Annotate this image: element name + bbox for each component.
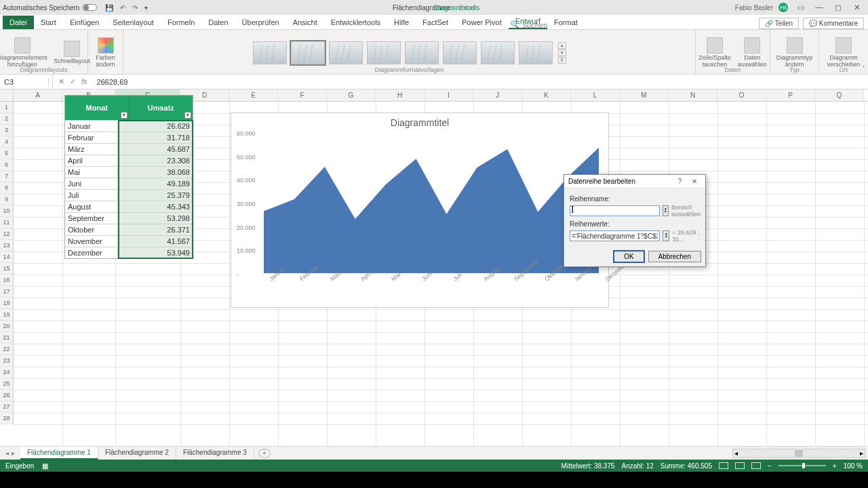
column-header[interactable]: F (278, 89, 327, 101)
row-header[interactable]: 1 (0, 102, 14, 113)
add-chart-element-button[interactable]: Diagrammelement hinzufügen (0, 36, 49, 70)
table-row[interactable]: Dezember53.949 (65, 247, 193, 258)
cancel-edit-icon[interactable]: ✕ (58, 77, 64, 86)
scroll-thumb[interactable] (795, 450, 803, 457)
cell-value[interactable]: 49.189 (118, 178, 193, 189)
tab-start[interactable]: Start (34, 16, 63, 29)
chart-style-5[interactable] (405, 41, 439, 64)
switch-row-column-button[interactable]: Zeile/Spalte tauschen (697, 36, 732, 70)
tab-daten[interactable]: Daten (201, 16, 235, 29)
confirm-edit-icon[interactable]: ✓ (70, 77, 76, 86)
zoom-out-icon[interactable]: − (768, 462, 772, 470)
row-header[interactable]: 26 (0, 390, 14, 401)
row-header[interactable]: 22 (0, 344, 14, 355)
column-header[interactable]: O (717, 89, 766, 101)
row-header[interactable]: 4 (0, 136, 14, 148)
quick-layout-button[interactable]: Schnelllayout (53, 39, 92, 66)
cell-value[interactable]: 53.949 (118, 247, 193, 258)
tab-hilfe[interactable]: Hilfe (387, 16, 416, 29)
fx-icon[interactable]: fx (81, 77, 87, 86)
autosave-toggle[interactable] (82, 4, 97, 11)
row-header[interactable]: 19 (0, 309, 14, 321)
cell-month[interactable]: Dezember (65, 247, 118, 258)
row-header[interactable]: 27 (0, 401, 14, 413)
table-row[interactable]: Juni49.189 (65, 178, 193, 189)
column-header[interactable]: J (473, 89, 522, 101)
column-header[interactable]: N (669, 89, 717, 101)
row-header[interactable]: 2 (0, 113, 14, 125)
cell-value[interactable]: 26.629 (118, 121, 193, 131)
chart-style-4[interactable] (367, 41, 401, 64)
change-chart-type-button[interactable]: Diagrammtyp ändern (775, 36, 814, 70)
row-header[interactable]: 12 (0, 228, 14, 240)
series-name-input[interactable] (570, 205, 660, 216)
redo-icon[interactable]: ↷ (132, 4, 138, 12)
sheet-tab[interactable]: Flächendiagramme 1 (20, 447, 98, 460)
scroll-left-icon[interactable]: ◂ (734, 449, 738, 457)
gallery-down-icon[interactable]: ▾ (558, 49, 566, 56)
row-header[interactable]: 23 (0, 355, 14, 367)
comments-button[interactable]: 💬 Kommentare (803, 18, 864, 29)
cell-value[interactable]: 38.068 (118, 167, 193, 178)
chart-title[interactable]: Diagrammtitel (231, 113, 608, 129)
tab-seitenlayout[interactable]: Seitenlayout (106, 16, 161, 29)
column-header[interactable]: G (327, 89, 376, 101)
row-header[interactable]: 10 (0, 205, 14, 217)
ribbon-display-icon[interactable]: ▭ (793, 3, 807, 12)
sheet-nav-prev-icon[interactable]: ◂ (5, 449, 9, 457)
cell-value[interactable]: 45.343 (118, 201, 193, 212)
close-icon[interactable]: ✕ (850, 3, 864, 12)
row-header[interactable]: 6 (0, 159, 14, 171)
ok-button[interactable]: OK (614, 251, 644, 262)
worksheet-grid[interactable]: ABCDEFGHIJKLMNOPQ 1234567891011121314151… (0, 89, 868, 446)
sheet-tab[interactable]: Flächendiagramme 3 (176, 447, 254, 460)
dialog-close-icon[interactable]: ✕ (688, 178, 701, 185)
cell-month[interactable]: Mai (65, 167, 118, 178)
collapse-ribbon-icon[interactable]: ˄ (862, 65, 865, 73)
horizontal-scrollbar[interactable]: ◂ ▸ (732, 449, 865, 458)
cell-month[interactable]: Oktober (65, 224, 118, 235)
cell-value[interactable]: 25.379 (118, 190, 193, 201)
cell-month[interactable]: Juli (65, 190, 118, 201)
change-colors-button[interactable]: Farben ändern (94, 36, 117, 70)
scroll-right-icon[interactable]: ▸ (860, 449, 863, 457)
cell-month[interactable]: Februar (65, 132, 118, 143)
formula-input[interactable]: 26628,69 (93, 78, 868, 86)
table-row[interactable]: August45.343 (65, 201, 193, 212)
zoom-level[interactable]: 100 % (844, 462, 863, 470)
gallery-up-icon[interactable]: ▴ (558, 42, 566, 49)
qat-more-icon[interactable]: ▾ (144, 4, 148, 12)
select-data-button[interactable]: Daten auswählen (736, 36, 768, 70)
table-row[interactable]: Februar31.718 (65, 131, 193, 143)
column-header[interactable]: I (425, 89, 473, 101)
tab-factset[interactable]: FactSet (416, 16, 455, 29)
row-header[interactable]: 21 (0, 332, 14, 344)
chart-style-6[interactable] (443, 41, 477, 64)
cell-value[interactable]: 53.298 (118, 213, 193, 224)
range-select-icon[interactable]: ↥ (663, 230, 669, 241)
page-break-view-icon[interactable] (751, 462, 761, 469)
tab-überprüfen[interactable]: Überprüfen (235, 16, 286, 29)
table-header-month[interactable]: Monat▾ (65, 96, 130, 120)
chart-style-7[interactable] (481, 41, 515, 64)
cell-value[interactable]: 45.687 (118, 144, 193, 155)
tab-format[interactable]: Format (547, 16, 585, 29)
range-select-icon[interactable]: ↥ (663, 205, 669, 216)
macro-record-icon[interactable]: ▦ (42, 462, 48, 470)
cell-month[interactable]: November (65, 236, 118, 247)
page-layout-view-icon[interactable] (735, 462, 745, 469)
column-header[interactable]: M (620, 89, 669, 101)
row-header[interactable]: 3 (0, 125, 14, 136)
name-box[interactable]: C3 (0, 78, 49, 86)
row-header[interactable]: 13 (0, 240, 14, 251)
row-header[interactable]: 24 (0, 367, 14, 378)
zoom-in-icon[interactable]: + (833, 462, 837, 470)
row-header[interactable]: 16 (0, 274, 14, 286)
series-values-input[interactable] (570, 230, 660, 241)
tab-ansicht[interactable]: Ansicht (286, 16, 324, 29)
row-header[interactable]: 15 (0, 263, 14, 274)
table-header-umsatz[interactable]: Umsatz▾ (130, 96, 193, 120)
add-sheet-button[interactable]: + (258, 449, 271, 458)
row-header[interactable]: 17 (0, 286, 14, 298)
select-all-corner[interactable] (0, 89, 14, 102)
